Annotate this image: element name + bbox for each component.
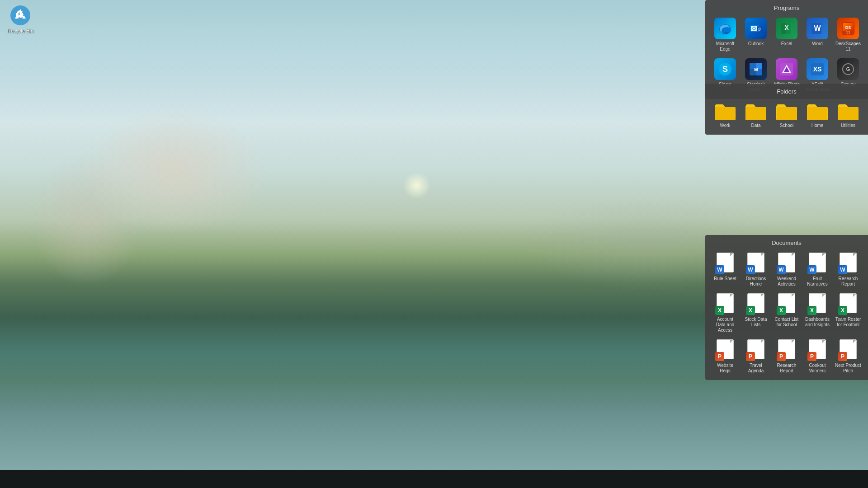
program-label-microsoft-edge: Microsoft Edge: [712, 41, 739, 52]
folder-home-label: Home: [811, 123, 824, 128]
svg-text:W: W: [814, 24, 821, 32]
recycle-bin-label: Recycle Bin: [7, 28, 33, 33]
folder-school[interactable]: School: [772, 99, 801, 130]
document-research-report-ppt[interactable]: P Research Report: [772, 338, 801, 375]
program-excel[interactable]: X Excel: [772, 16, 801, 54]
doc-label-research-report-ppt: Research Report: [773, 363, 800, 374]
folder-school-label: School: [780, 123, 794, 128]
program-deskscapes[interactable]: DS 11 DeskScapes 11: [834, 16, 863, 54]
document-next-product-pitch[interactable]: P Next Product Pitch: [834, 338, 863, 375]
program-label-outlook: Outlook: [748, 41, 764, 47]
programs-grid: Microsoft Edge O @ Outlook X: [711, 16, 863, 94]
doc-label-account-data-access: Account Data and Access: [712, 317, 739, 333]
doc-label-weekend-activities: Weekend Activities: [773, 276, 800, 287]
doc-label-dashboards-insights: Dashboards and Insights: [804, 317, 831, 328]
folder-data-label: Data: [751, 123, 760, 128]
svg-text:XS: XS: [813, 66, 822, 73]
folder-work[interactable]: Work: [711, 99, 740, 130]
programs-panel-title: Programs: [711, 5, 863, 11]
doc-label-contact-list-school: Contact List for School: [773, 317, 800, 328]
program-microsoft-edge[interactable]: Microsoft Edge: [711, 16, 740, 54]
documents-grid: W Rule Sheet W Directions Home W Weekend…: [711, 251, 863, 375]
folders-panel-title: Folders: [711, 88, 863, 95]
documents-panel: Documents W Rule Sheet W Directions Home…: [705, 235, 868, 380]
program-label-deskscapes: DeskScapes 11: [835, 41, 862, 52]
doc-label-rule-sheet: Rule Sheet: [714, 276, 736, 282]
folder-utilities-label: Utilities: [841, 123, 855, 128]
svg-text:@: @: [758, 27, 762, 31]
recycle-bin-icon[interactable]: ♻ Recycle Bin: [5, 5, 36, 33]
document-account-data-access[interactable]: X Account Data and Access: [711, 291, 740, 335]
doc-label-team-roster-football: Team Roster for Football: [835, 317, 862, 328]
program-outlook[interactable]: O @ Outlook: [741, 16, 770, 54]
folders-grid: Work Data School: [711, 99, 863, 130]
folders-panel: Folders Work Data: [705, 84, 868, 135]
svg-text:G: G: [846, 66, 850, 72]
document-contact-list-school[interactable]: X Contact List for School: [772, 291, 801, 335]
documents-panel-title: Documents: [711, 239, 863, 246]
document-directions-home[interactable]: W Directions Home: [741, 251, 770, 289]
svg-text:S: S: [722, 65, 728, 74]
svg-text:11: 11: [846, 30, 850, 34]
doc-label-fruit-narratives: Fruit Narratives: [804, 276, 831, 287]
svg-text:DS: DS: [845, 25, 851, 30]
svg-rect-12: [786, 23, 793, 34]
document-weekend-activities[interactable]: W Weekend Activities: [772, 251, 801, 289]
document-website-reqs[interactable]: P Website Reqs: [711, 338, 740, 375]
document-rule-sheet[interactable]: W Rule Sheet: [711, 251, 740, 289]
document-team-roster-football[interactable]: X Team Roster for Football: [834, 291, 863, 335]
svg-text:O: O: [752, 26, 756, 31]
svg-text:♻: ♻: [15, 9, 24, 20]
document-cookout-winners[interactable]: P Cookout Winners: [803, 338, 832, 375]
taskbar: [0, 470, 868, 488]
doc-label-stock-data-lists: Stock Data Lists: [742, 317, 769, 328]
document-fruit-narratives[interactable]: W Fruit Narratives: [803, 251, 832, 289]
doc-label-directions-home: Directions Home: [742, 276, 769, 287]
program-label-excel: Excel: [781, 41, 792, 47]
document-stock-data-lists[interactable]: X Stock Data Lists: [741, 291, 770, 335]
folder-data[interactable]: Data: [741, 99, 770, 130]
doc-label-next-product-pitch: Next Product Pitch: [835, 363, 862, 374]
doc-label-website-reqs: Website Reqs: [712, 363, 739, 374]
folder-utilities[interactable]: Utilities: [834, 99, 863, 130]
doc-label-research-report-word: Research Report: [835, 276, 862, 287]
document-travel-agenda[interactable]: P Travel Agenda: [741, 338, 770, 375]
folder-home[interactable]: Home: [803, 99, 832, 130]
folder-work-label: Work: [720, 123, 730, 128]
document-dashboards-insights[interactable]: X Dashboards and Insights: [803, 291, 832, 335]
doc-label-travel-agenda: Travel Agenda: [742, 363, 769, 374]
doc-label-cookout-winners: Cookout Winners: [804, 363, 831, 374]
program-word[interactable]: W Word: [803, 16, 832, 54]
svg-text:⊞: ⊞: [754, 67, 758, 72]
document-research-report-word[interactable]: W Research Report: [834, 251, 863, 289]
program-label-word: Word: [812, 41, 823, 47]
